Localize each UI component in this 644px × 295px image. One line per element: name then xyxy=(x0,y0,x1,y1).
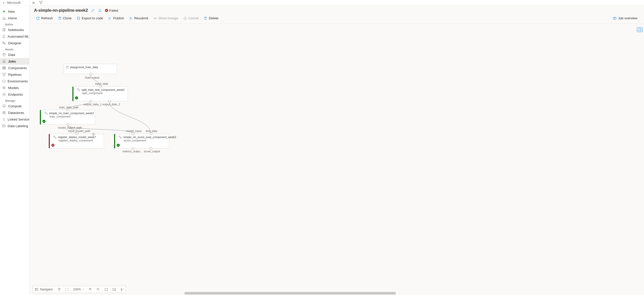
clone-icon xyxy=(58,17,62,20)
sidebar-item-environments[interactable]: Environments xyxy=(0,78,29,84)
zoom-value: 100% xyxy=(73,288,81,291)
status-success-icon xyxy=(75,96,78,99)
refresh-button[interactable]: Refresh xyxy=(34,15,55,21)
sidebar-label: Automated ML xyxy=(8,35,29,38)
sidebar-item-notebooks[interactable]: Notebooks xyxy=(0,26,29,33)
sidebar-item-datastores[interactable]: Datastores xyxy=(0,109,29,116)
tool-label: Refresh xyxy=(41,16,53,20)
back-icon[interactable] xyxy=(3,1,6,4)
sidebar-label: Notebooks xyxy=(8,28,24,32)
port-label: metrics_outpu... xyxy=(123,150,142,153)
zoom-level[interactable]: 100% xyxy=(71,286,87,293)
share-button[interactable] xyxy=(98,8,102,13)
node-subtitle: register_deploy_component xyxy=(53,139,102,142)
svg-point-13 xyxy=(4,75,5,76)
node-playground-train-data[interactable]: playground_train_data xyxy=(63,64,117,74)
publish-button[interactable]: Publish xyxy=(106,15,126,21)
port-in[interactable] xyxy=(67,109,69,111)
sidebar-item-data[interactable]: Data xyxy=(0,51,29,58)
sidebar-item-components[interactable]: Components xyxy=(0,65,29,71)
svg-rect-9 xyxy=(3,68,4,69)
port-in-model[interactable] xyxy=(132,132,134,135)
port-out[interactable] xyxy=(67,123,69,126)
port-out-score[interactable] xyxy=(150,147,152,150)
auto-layout-button[interactable] xyxy=(118,286,126,293)
svg-point-2 xyxy=(40,3,41,4)
svg-rect-31 xyxy=(45,112,46,113)
port-in[interactable] xyxy=(99,85,102,88)
component-icon xyxy=(119,136,122,139)
select-button[interactable] xyxy=(63,286,71,293)
port-label: model_input xyxy=(126,129,141,132)
edit-title-button[interactable] xyxy=(91,8,95,13)
svg-rect-35 xyxy=(119,136,120,137)
section-manage: Manage xyxy=(0,98,29,103)
sidebar-item-linked[interactable]: Linked Services xyxy=(0,116,29,123)
zoom-out-button[interactable] xyxy=(95,286,102,293)
port-out1[interactable] xyxy=(89,100,92,102)
svg-rect-29 xyxy=(78,89,79,90)
designer-icon xyxy=(2,41,6,45)
sidebar-new[interactable]: New xyxy=(0,8,29,15)
sidebar-item-designer[interactable]: Designer xyxy=(0,40,29,46)
navigator-button[interactable]: Navigator xyxy=(33,286,55,293)
node-score[interactable]: simple_nn_score_eval_component_week2 sco… xyxy=(114,134,169,149)
zoom-in-button[interactable] xyxy=(87,286,95,293)
sidebar-item-pipelines[interactable]: Pipelines xyxy=(0,71,29,78)
fit-screen-button[interactable] xyxy=(102,286,110,293)
sidebar-label: Pipelines xyxy=(8,73,22,77)
scrollbar-thumb[interactable] xyxy=(185,292,396,294)
pan-button[interactable] xyxy=(55,286,63,293)
page-title: A-simple-nn-pipeline-week2 xyxy=(34,8,88,13)
svg-point-6 xyxy=(3,53,5,54)
svg-point-16 xyxy=(4,94,5,95)
tab-pipeline-button[interactable] xyxy=(37,0,45,5)
label-icon xyxy=(2,124,6,128)
svg-rect-10 xyxy=(4,68,5,69)
node-train[interactable]: simple_nn_train_component_week2 train_co… xyxy=(40,110,95,125)
sidebar-item-jobs[interactable]: Jobs xyxy=(0,58,29,65)
actual-size-button[interactable]: 1:1 xyxy=(110,286,118,293)
port-in-test[interactable] xyxy=(150,132,152,135)
svg-rect-34 xyxy=(55,137,56,138)
notebook-icon xyxy=(2,28,6,32)
delete-button[interactable]: Delete xyxy=(202,15,220,21)
pipeline-icon xyxy=(2,72,6,77)
export-button[interactable]: Export to code xyxy=(75,15,105,21)
node-split[interactable]: split_train_test_component_week2 split_c… xyxy=(72,86,128,101)
sidebar-item-labeling[interactable]: Data Labeling xyxy=(0,123,29,129)
svg-rect-17 xyxy=(3,105,5,107)
link-icon xyxy=(2,117,6,121)
graph-canvas[interactable]: playground_train_data Data output split_… xyxy=(29,24,644,295)
status-label: Failed xyxy=(109,9,118,12)
node-register[interactable]: register_deploy_model_week7 register_dep… xyxy=(49,134,104,149)
horizontal-scrollbar[interactable] xyxy=(185,291,644,295)
port-out[interactable] xyxy=(89,73,92,75)
sidebar-home[interactable]: Home xyxy=(0,15,29,21)
job-overview-button[interactable]: Job overview xyxy=(611,15,639,21)
error-icon xyxy=(105,9,108,12)
models-icon xyxy=(2,86,6,90)
tool-label: Resubmit xyxy=(134,16,148,20)
port-label: input_model_path xyxy=(68,129,90,132)
sidebar-item-automl[interactable]: Automated ML xyxy=(0,33,29,40)
tab-expand-button[interactable] xyxy=(29,0,37,5)
sidebar-item-endpoints[interactable]: Endpoints xyxy=(0,91,29,98)
sidebar-item-models[interactable]: Models xyxy=(0,84,29,91)
tool-label: Cancel xyxy=(188,16,199,20)
port-label: train_data_path xyxy=(59,106,79,109)
resubmit-button[interactable]: Resubmit xyxy=(127,15,150,21)
sidebar-label: Compute xyxy=(8,104,22,108)
port-out-metrics[interactable] xyxy=(132,147,134,150)
sidebar-label: Models xyxy=(8,86,19,90)
clone-button[interactable]: Clone xyxy=(56,15,74,21)
component-icon xyxy=(53,136,56,139)
port-in[interactable] xyxy=(76,132,78,135)
port-label: output_data_2 xyxy=(102,103,120,106)
sidebar-item-compute[interactable]: Compute xyxy=(0,103,29,109)
node-title: split_train_test_component_week2 xyxy=(82,88,125,91)
port-out2[interactable] xyxy=(108,100,111,102)
sidebar-label: Endpoints xyxy=(8,93,23,96)
status-badge: Failed xyxy=(105,9,118,12)
sidebar-label: Designer xyxy=(8,41,21,45)
